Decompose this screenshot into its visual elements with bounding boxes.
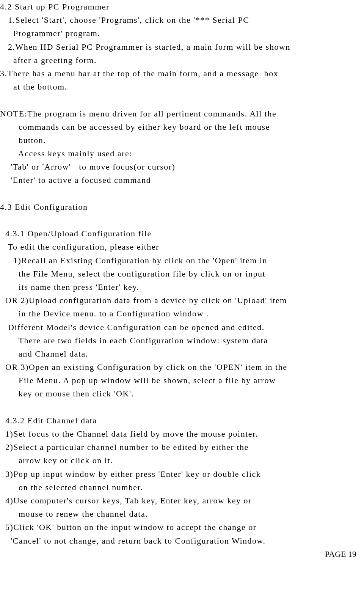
page-number: PAGE 19 [0,547,364,561]
document-body: 4.2 Start up PC Programmer 1.Select 'Sta… [0,0,364,547]
